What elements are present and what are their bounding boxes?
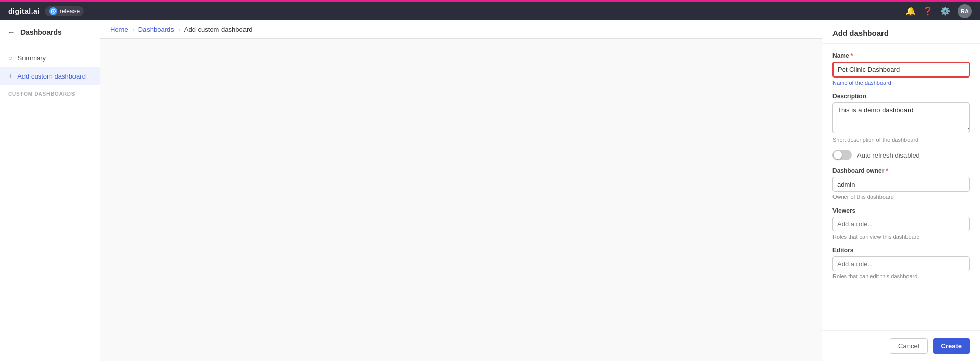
release-label: release	[60, 8, 80, 15]
help-icon[interactable]: ❓	[923, 6, 933, 16]
brand-name: digital.ai	[8, 7, 40, 15]
main-layout: ← Dashboards ○ Summary + Add custom dash…	[0, 20, 980, 361]
sidebar-item-add-label: Add custom dashboard	[17, 72, 86, 80]
custom-dashboards-section-label: CUSTOM DASHBOARDS	[0, 85, 100, 99]
name-label: Name*	[832, 52, 970, 59]
breadcrumb-sep-1: ›	[132, 26, 134, 33]
sidebar-header: ← Dashboards	[0, 20, 100, 44]
release-icon	[49, 7, 57, 15]
name-input[interactable]	[832, 62, 970, 78]
name-hint: Name of the dashboard	[832, 80, 970, 86]
top-navigation: digital.ai release 🔔 ❓ ⚙️ RA	[0, 0, 980, 20]
toggle-knob	[834, 151, 842, 159]
panel-body: Name* Name of the dashboard Description …	[822, 44, 980, 330]
breadcrumb-home[interactable]: Home	[110, 25, 128, 33]
release-badge: release	[45, 6, 84, 16]
breadcrumb-sep-2: ›	[178, 26, 180, 33]
breadcrumb-current: Add custom dashboard	[184, 25, 253, 33]
breadcrumb-dashboards[interactable]: Dashboards	[138, 25, 174, 33]
description-label: Description	[832, 93, 970, 100]
owner-label: Dashboard owner*	[832, 167, 970, 174]
sidebar-item-add-custom[interactable]: + Add custom dashboard	[0, 67, 100, 85]
owner-required: *	[886, 167, 888, 174]
auto-refresh-row: Auto refresh disabled	[832, 150, 970, 160]
content-area: ·	[100, 39, 822, 361]
main-area: Home › Dashboards › Add custom dashboard…	[100, 20, 822, 361]
center-dot: ·	[389, 168, 390, 172]
owner-field-group: Dashboard owner* Owner of this dashboard	[832, 167, 970, 200]
user-avatar[interactable]: RA	[958, 4, 972, 18]
brand-area: digital.ai release	[8, 6, 84, 16]
summary-icon: ○	[8, 54, 12, 62]
auto-refresh-label: Auto refresh disabled	[857, 151, 920, 159]
svg-point-1	[52, 10, 54, 12]
editors-label: Editors	[832, 247, 970, 254]
viewers-label: Viewers	[832, 207, 970, 214]
sidebar-title: Dashboards	[20, 28, 62, 36]
viewers-hint: Roles that can view this dashboard	[832, 234, 970, 240]
bell-icon[interactable]: 🔔	[905, 6, 916, 16]
auto-refresh-toggle[interactable]	[832, 150, 852, 160]
owner-input[interactable]	[832, 177, 970, 192]
cancel-button[interactable]: Cancel	[890, 338, 927, 354]
name-field-group: Name* Name of the dashboard	[832, 52, 970, 86]
add-icon: +	[8, 72, 12, 80]
sidebar-nav: ○ Summary + Add custom dashboard CUSTOM …	[0, 44, 100, 103]
sidebar-item-summary-label: Summary	[17, 54, 46, 62]
description-hint: Short description of the dashboard	[832, 137, 970, 143]
add-dashboard-panel: Add dashboard Name* Name of the dashboar…	[822, 20, 980, 361]
owner-hint: Owner of this dashboard	[832, 194, 970, 200]
create-button[interactable]: Create	[933, 338, 970, 354]
nav-actions: 🔔 ❓ ⚙️ RA	[905, 4, 972, 18]
back-button[interactable]: ←	[7, 28, 15, 37]
settings-icon[interactable]: ⚙️	[940, 6, 950, 16]
panel-footer: Cancel Create	[822, 330, 980, 361]
viewers-input[interactable]	[832, 217, 970, 231]
editors-hint: Roles that can edit this dashboard	[832, 273, 970, 279]
sidebar: ← Dashboards ○ Summary + Add custom dash…	[0, 20, 100, 361]
description-field-group: Description This is a demo dashboard Sho…	[832, 93, 970, 143]
description-textarea[interactable]: This is a demo dashboard	[832, 102, 970, 133]
sidebar-item-summary[interactable]: ○ Summary	[0, 48, 100, 67]
name-required: *	[851, 52, 853, 59]
panel-title: Add dashboard	[822, 20, 980, 44]
breadcrumb: Home › Dashboards › Add custom dashboard	[100, 20, 822, 39]
viewers-field-group: Viewers Roles that can view this dashboa…	[832, 207, 970, 240]
editors-input[interactable]	[832, 256, 970, 271]
editors-field-group: Editors Roles that can edit this dashboa…	[832, 247, 970, 279]
